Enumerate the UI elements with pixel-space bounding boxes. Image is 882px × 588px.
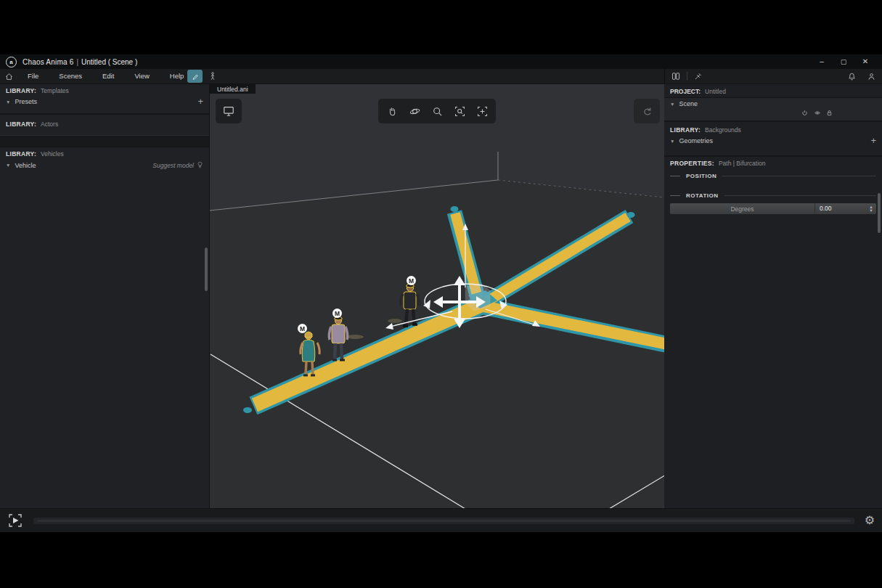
tree-column-icons xyxy=(664,108,882,118)
actors-library-header: LIBRARY:Actors xyxy=(0,118,209,129)
bell-icon[interactable] xyxy=(847,72,857,81)
collapse-triangle-icon: ▼ xyxy=(670,139,674,144)
suggest-model-link[interactable]: Suggest model xyxy=(152,161,203,169)
menu-item-scenes[interactable]: Scenes xyxy=(49,69,92,83)
edit-pencil-button[interactable] xyxy=(187,70,203,83)
rotation-stepper[interactable]: ▲▼ xyxy=(866,205,876,212)
geometries-scrollbar[interactable] xyxy=(878,193,881,233)
scene-section-header[interactable]: ▼ Scene xyxy=(664,99,882,108)
geometries-grid xyxy=(664,147,882,155)
power-icon xyxy=(801,110,808,116)
menu-bar: FileScenesEditViewHelp xyxy=(0,69,882,84)
visibility-eye-icon xyxy=(814,110,821,116)
add-preset-button[interactable]: + xyxy=(197,98,203,105)
app-title: Chaos Anima 6 xyxy=(23,58,73,66)
vehicle-section-header[interactable]: ▼ Vehicle Suggest model xyxy=(0,159,209,171)
menu-item-view[interactable]: View xyxy=(124,69,159,83)
playback-bar: ⚙ xyxy=(0,508,882,532)
app-window: a Chaos Anima 6 | Untitled ( Scene ) – ▢… xyxy=(0,54,882,532)
settings-gear-button[interactable]: ⚙ xyxy=(865,515,875,526)
presets-section-header[interactable]: ▼ Presets + xyxy=(0,96,209,107)
document-title: Untitled ( Scene ) xyxy=(81,58,137,66)
reset-rotate-icon xyxy=(641,105,653,118)
menu-item-file[interactable]: File xyxy=(17,69,49,83)
left-library-panel: LIBRARY:Templates ▼ Presets + LIBRARY:Ac… xyxy=(0,84,210,508)
library-tabs xyxy=(0,135,209,147)
viewport-3d[interactable]: Untitled.ani xyxy=(210,84,664,508)
user-icon[interactable] xyxy=(867,72,876,81)
collapse-triangle-icon: ▼ xyxy=(6,163,10,168)
timeline-scrubber[interactable] xyxy=(33,518,854,524)
properties-panel: PROPERTIES:Path | Bifurcation POSITION R… xyxy=(664,155,882,214)
properties-header: PROPERTIES:Path | Bifurcation xyxy=(664,157,882,168)
collapse-triangle-icon: ▼ xyxy=(670,102,674,107)
motion-badge: M xyxy=(298,324,307,333)
pin-icon[interactable] xyxy=(693,72,703,81)
reset-view-button[interactable] xyxy=(634,99,660,123)
collapse-triangle-icon: ▼ xyxy=(6,99,10,105)
geometries-section-header[interactable]: ▼ Geometries + xyxy=(664,135,882,147)
panel-columns-icon[interactable] xyxy=(671,71,681,81)
vehicles-library-header: LIBRARY:Vehicles xyxy=(0,147,209,159)
motion-badge: M xyxy=(407,276,416,285)
rotation-group-header[interactable]: ROTATION xyxy=(664,188,882,202)
templates-library-header: LIBRARY:Templates xyxy=(0,84,209,96)
position-fields xyxy=(664,182,882,188)
menu-item-edit[interactable]: Edit xyxy=(92,69,124,83)
lock-icon xyxy=(826,110,833,116)
pan-hand-tool[interactable] xyxy=(382,101,402,121)
title-bar: a Chaos Anima 6 | Untitled ( Scene ) – ▢… xyxy=(0,54,882,69)
app-logo-icon: a xyxy=(6,57,17,68)
frame-all-tool[interactable] xyxy=(472,101,492,121)
zoom-tool[interactable] xyxy=(427,101,447,121)
right-panel-top-bar xyxy=(664,69,882,83)
position-group-header[interactable]: POSITION xyxy=(664,168,882,182)
scene-outliner: ▼ Scene xyxy=(664,97,882,122)
maximize-button[interactable]: ▢ xyxy=(833,54,854,69)
pencil-icon xyxy=(191,72,200,81)
lightbulb-icon xyxy=(197,161,203,169)
add-geometry-button[interactable]: + xyxy=(870,137,876,144)
orbit-tool[interactable] xyxy=(404,101,425,121)
actors-scrollbar[interactable] xyxy=(205,248,208,291)
viewport-tab[interactable]: Untitled.ani xyxy=(210,84,256,94)
presets-grid xyxy=(0,107,209,110)
right-panel: PROJECT:Untitled ▼ Scene LIBRARY:Backgro… xyxy=(664,84,882,508)
view-toolbar xyxy=(378,99,496,123)
actor-figure-button[interactable] xyxy=(206,70,219,83)
close-button[interactable]: ✕ xyxy=(854,54,876,69)
vehicles-grid xyxy=(0,171,209,174)
motion-badge: M xyxy=(332,309,342,318)
rotation-unit-label: Degrees xyxy=(670,205,814,213)
actors-grid xyxy=(0,129,209,132)
monitor-icon xyxy=(222,105,235,117)
home-icon[interactable] xyxy=(0,72,17,81)
project-header: PROJECT:Untitled xyxy=(664,84,882,97)
minimize-button[interactable]: – xyxy=(811,54,833,69)
camera-view-button[interactable] xyxy=(216,99,242,123)
play-button[interactable] xyxy=(7,513,23,528)
zoom-region-tool[interactable] xyxy=(449,101,470,121)
rotation-field[interactable]: Degrees 0.00 ▲▼ xyxy=(670,203,876,214)
backgrounds-library-header: LIBRARY:Backgrounds xyxy=(664,122,882,135)
rotation-value[interactable]: 0.00 xyxy=(814,203,866,214)
title-separator: | xyxy=(76,58,78,66)
play-icon xyxy=(13,518,19,523)
